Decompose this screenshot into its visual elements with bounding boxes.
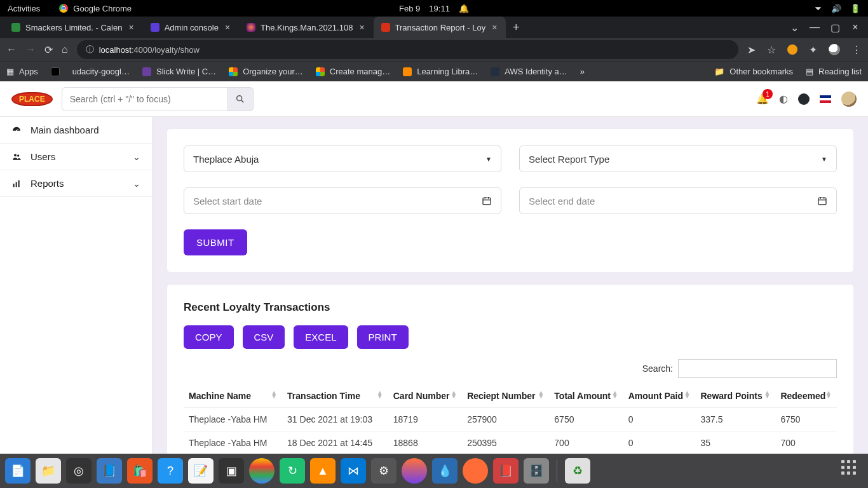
bookmark-item[interactable]: Learning Libra… <box>403 67 478 76</box>
dock-firefox-icon[interactable] <box>402 458 427 484</box>
volume-icon[interactable]: 🔊 <box>831 4 841 13</box>
window-restore-button[interactable]: ▢ <box>826 22 844 34</box>
profile-avatar-icon[interactable] <box>829 44 840 55</box>
bookmark-star-icon[interactable]: ☆ <box>767 44 776 56</box>
tab-close-icon[interactable]: × <box>491 22 498 32</box>
bookmark-item[interactable]: udacity-googl… <box>72 67 130 76</box>
table-search-input[interactable] <box>678 359 837 378</box>
notification-bell-icon[interactable]: 🔔 <box>459 4 469 13</box>
start-date-input[interactable]: Select start date <box>184 187 501 214</box>
dock-trash-icon[interactable]: ♻ <box>565 458 590 484</box>
column-header[interactable]: Machine Name▲▼ <box>184 384 282 408</box>
print-button[interactable]: PRINT <box>357 325 409 349</box>
location-select[interactable]: Theplace Abuja ▼ <box>184 146 501 172</box>
column-header[interactable]: Reward Points▲▼ <box>696 384 776 408</box>
sidebar: Main dashboard Users ⌄ Reports ⌄ <box>0 117 153 454</box>
window-minimize-button[interactable]: — <box>806 22 824 33</box>
report-type-select[interactable]: Select Report Type ▼ <box>519 146 837 172</box>
browser-tab-2[interactable]: The.Kings.Man.2021.108 × <box>239 17 373 38</box>
network-icon[interactable]: ⏷ <box>814 4 822 13</box>
address-bar[interactable]: ⓘ localhost:4000/loyalty/show <box>77 40 738 59</box>
table-row[interactable]: Theplace -Yaba HM18 Dec 2021 at 14:45188… <box>184 431 837 454</box>
site-info-icon[interactable]: ⓘ <box>86 44 94 55</box>
reading-list[interactable]: ▤Reading list <box>806 67 862 76</box>
global-search-button[interactable] <box>228 87 254 111</box>
bookmark-item[interactable] <box>51 67 60 76</box>
other-bookmarks[interactable]: 📁Other bookmarks <box>714 67 793 76</box>
report-card: Recent Loyalty Transactions COPY CSV EXC… <box>166 284 854 454</box>
dock-vlc-icon[interactable]: ▲ <box>310 458 336 484</box>
window-close-button[interactable]: × <box>846 22 864 33</box>
bookmark-item[interactable]: Create manag… <box>316 67 390 76</box>
dock-rhythmbox-icon[interactable]: ◎ <box>66 458 92 484</box>
ubuntu-date[interactable]: Feb 9 <box>399 4 420 13</box>
nav-reload-button[interactable]: ⟳ <box>44 44 53 56</box>
dock-settings-icon[interactable]: ⚙ <box>371 458 397 484</box>
column-header[interactable]: Reciept Number▲▼ <box>462 384 549 408</box>
sort-icon: ▲▼ <box>825 391 832 398</box>
column-header[interactable]: Redeemed▲▼ <box>775 384 837 408</box>
dock-terminal-icon[interactable]: ▣ <box>219 458 244 484</box>
tab-close-icon[interactable]: × <box>358 22 365 32</box>
dock-help-icon[interactable]: ? <box>158 458 183 484</box>
ubuntu-app-menu[interactable]: Google Chrome <box>59 4 132 13</box>
sidebar-item-reports[interactable]: Reports ⌄ <box>0 170 152 197</box>
battery-icon[interactable]: 🔋 <box>850 4 860 13</box>
column-header[interactable]: Amount Paid▲▼ <box>623 384 696 408</box>
dock-gedit-icon[interactable]: 📝 <box>188 458 214 484</box>
brand-logo[interactable]: PLACE <box>11 92 53 106</box>
sidebar-item-dashboard[interactable]: Main dashboard <box>0 117 152 144</box>
sidebar-item-users[interactable]: Users ⌄ <box>0 144 152 170</box>
dock-nautilus-icon[interactable]: 📁 <box>36 458 61 484</box>
tab-close-icon[interactable]: × <box>224 22 231 32</box>
notifications-button[interactable]: 🔔 1 <box>756 93 769 105</box>
browser-tab-3[interactable]: Transaction Report - Loy × <box>374 17 506 38</box>
bookmark-overflow[interactable]: » <box>580 67 585 76</box>
global-search-input[interactable] <box>62 87 228 111</box>
new-tab-button[interactable]: + <box>506 17 526 38</box>
bookmark-item[interactable]: AWS Identity a… <box>491 67 567 76</box>
browser-tab-0[interactable]: Smackers Limited. - Calen × <box>4 17 143 38</box>
column-header[interactable]: Total Amount▲▼ <box>549 384 623 408</box>
table-row[interactable]: Theplace -Yaba HM31 Dec 2021 at 19:03187… <box>184 408 837 431</box>
ubuntu-activities[interactable]: Activities <box>8 4 40 13</box>
bookmark-item[interactable]: Organize your… <box>229 67 303 76</box>
ext-icon-1[interactable] <box>787 44 797 55</box>
tabs-dropdown-icon[interactable]: ⌄ <box>785 22 803 34</box>
dock-vscode-icon[interactable]: ⋈ <box>341 458 366 484</box>
dock-files-icon[interactable]: 📄 <box>5 458 31 484</box>
dock-chrome-icon[interactable] <box>249 458 275 484</box>
tab-close-icon[interactable]: × <box>127 22 135 32</box>
dock-anydesk-icon[interactable]: ↻ <box>280 458 305 484</box>
dock-reader-icon[interactable]: 📕 <box>493 458 519 484</box>
extensions-icon[interactable]: ✦ <box>809 44 817 56</box>
github-icon[interactable] <box>798 93 810 105</box>
dock-postman-icon[interactable] <box>463 458 488 484</box>
browser-tab-1[interactable]: Admin console × <box>143 17 239 38</box>
submit-button[interactable]: SUBMIT <box>184 229 247 255</box>
ubuntu-time[interactable]: 19:11 <box>429 4 450 13</box>
excel-button[interactable]: EXCEL <box>294 325 348 349</box>
copy-button[interactable]: COPY <box>184 325 234 349</box>
locale-flag-icon[interactable] <box>820 95 831 103</box>
nav-back-button[interactable]: ← <box>6 44 17 55</box>
nav-home-button[interactable]: ⌂ <box>62 44 68 55</box>
send-icon[interactable]: ➤ <box>747 44 756 56</box>
column-header[interactable]: Transaction Time▲▼ <box>282 384 388 408</box>
table-search-label: Search: <box>642 363 673 374</box>
table-cell: 18 Dec 2021 at 14:45 <box>282 431 388 454</box>
dock-app-icon[interactable]: 💧 <box>432 458 458 484</box>
bookmark-item[interactable]: Slick Write | C… <box>142 67 216 76</box>
header-tool-icon[interactable]: ◐ <box>779 93 788 105</box>
end-date-input[interactable]: Select end date <box>519 187 837 214</box>
dock-libreoffice-writer-icon[interactable]: 📘 <box>97 458 122 484</box>
dock-show-apps-button[interactable] <box>841 460 863 482</box>
csv-button[interactable]: CSV <box>243 325 285 349</box>
bookmark-apps[interactable]: ▦ Apps <box>6 67 38 76</box>
column-header[interactable]: Card Number▲▼ <box>388 384 462 408</box>
user-avatar[interactable] <box>841 92 857 107</box>
dock-software-icon[interactable]: 🛍️ <box>127 458 153 484</box>
select-value: Theplace Abuja <box>193 154 259 165</box>
dock-archive-icon[interactable]: 🗄️ <box>524 458 549 484</box>
chrome-menu-icon[interactable]: ⋮ <box>851 44 862 56</box>
